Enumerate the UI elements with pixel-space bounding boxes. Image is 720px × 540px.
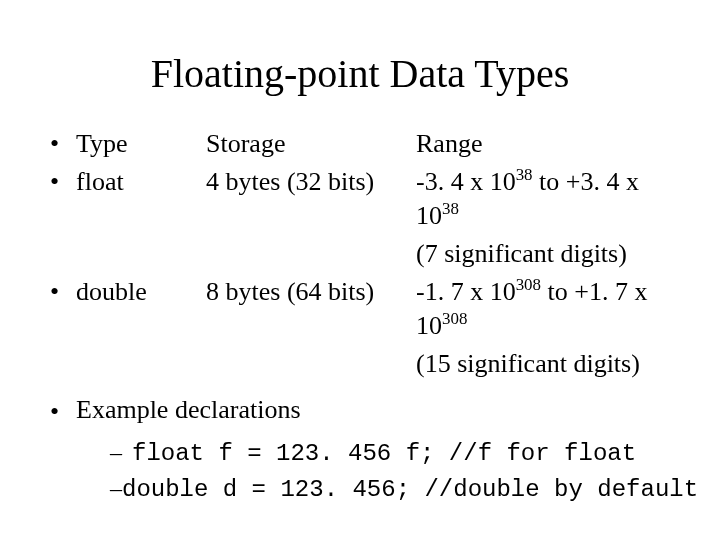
bullet-icon: • xyxy=(50,395,76,429)
table-row: • float 4 bytes (32 bits) -3. 4 x 1038 t… xyxy=(50,165,670,233)
precision-label: (15 significant digits) xyxy=(416,347,670,381)
storage-label: 4 bytes (32 bits) xyxy=(206,165,416,199)
header-range: Range xyxy=(416,127,670,161)
code-line: – float f = 123. 456 f; //f for float xyxy=(110,435,670,471)
table-header-row: • Type Storage Range xyxy=(50,127,670,161)
dash-icon: – xyxy=(110,471,122,505)
header-type: Type xyxy=(76,127,206,161)
slide-title: Floating-point Data Types xyxy=(50,50,670,97)
code-text: double d = 123. 456; //double by default xyxy=(122,473,698,507)
code-block: – float f = 123. 456 f; //f for float – … xyxy=(50,435,670,507)
table-row: • double 8 bytes (64 bits) -1. 7 x 10308… xyxy=(50,275,670,343)
table-row: (15 significant digits) xyxy=(50,347,670,381)
example-heading: Example declarations xyxy=(76,395,301,425)
dash-icon: – xyxy=(110,435,132,469)
type-label: double xyxy=(76,275,206,309)
range-label: -3. 4 x 1038 to +3. 4 x 1038 xyxy=(416,165,670,233)
precision-label: (7 significant digits) xyxy=(416,237,670,271)
example-heading-row: • Example declarations xyxy=(50,395,670,429)
table-row: (7 significant digits) xyxy=(50,237,670,271)
bullet-icon: • xyxy=(50,127,76,161)
code-text: float f = 123. 456 f; //f for float xyxy=(132,437,636,471)
type-label: float xyxy=(76,165,206,199)
storage-label: 8 bytes (64 bits) xyxy=(206,275,416,309)
header-storage: Storage xyxy=(206,127,416,161)
range-label: -1. 7 x 10308 to +1. 7 x 10308 xyxy=(416,275,670,343)
slide: Floating-point Data Types • Type Storage… xyxy=(0,0,720,540)
bullet-icon: • xyxy=(50,165,76,199)
code-line: – double d = 123. 456; //double by defau… xyxy=(110,471,670,507)
bullet-icon: • xyxy=(50,275,76,309)
